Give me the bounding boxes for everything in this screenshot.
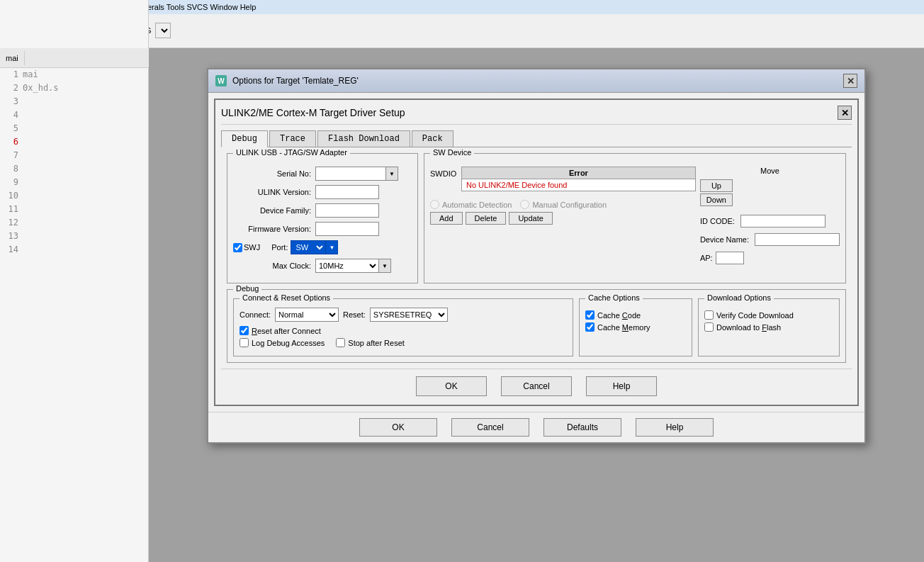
cache-memory-checkbox[interactable] (585, 322, 595, 332)
ap-row: AP: (700, 252, 840, 264)
port-select[interactable]: SW JTAG (291, 240, 326, 254)
swdio-row: SWDIO Error (430, 167, 696, 196)
ulink-dialog: ULINK2/ME Cortex-M Target Driver Setup ✕… (214, 99, 859, 406)
line-5: 5 (0, 122, 18, 135)
line-8: 8 (0, 162, 18, 176)
debug-inner: Connect & Reset Options Connect: Normal … (233, 298, 840, 356)
log-debug-checkbox[interactable] (240, 338, 249, 347)
help-button-inner[interactable]: Help (586, 376, 657, 396)
max-clock-dropdown[interactable]: ▼ (378, 259, 391, 273)
options-dialog-close[interactable]: ✕ (843, 74, 857, 88)
max-clock-label: Max Clock: (233, 262, 311, 270)
radio-row: Automatic Detection Manual Configuration (430, 200, 696, 209)
ulink-dialog-close[interactable]: ✕ (838, 106, 852, 120)
line-14: 14 (0, 243, 18, 257)
swdio-label: SWDIO (430, 167, 458, 178)
stop-after-reset-row: Stop after Reset (336, 338, 405, 347)
max-clock-select[interactable]: 10MHz 5MHz 1MHz (315, 259, 379, 273)
line-1: 1 (0, 68, 18, 82)
editor-tab-main[interactable]: mai (0, 51, 25, 65)
connect-reset-title: Connect & Reset Options (240, 293, 333, 302)
id-code-row: ID CODE: (700, 215, 840, 227)
defaults-button[interactable]: Defaults (543, 418, 621, 437)
id-code-input[interactable] (740, 215, 826, 227)
project-select[interactable] (155, 23, 171, 38)
serial-no-dropdown[interactable]: ▼ (385, 167, 398, 181)
download-to-flash-row: Download to Flash (704, 322, 833, 332)
ap-input[interactable] (716, 252, 744, 264)
max-clock-row: Max Clock: 10MHz 5MHz 1MHz ▼ (233, 259, 412, 273)
download-to-flash-checkbox[interactable] (704, 322, 714, 332)
connect-select[interactable]: Normal Pre-Reset (275, 308, 339, 322)
line-13: 13 (0, 230, 18, 243)
cancel-button-inner[interactable]: Cancel (501, 376, 572, 396)
tab-flash-download[interactable]: Flash Download (317, 130, 410, 147)
auto-detect-radio-item: Automatic Detection (430, 200, 512, 209)
down-button[interactable]: Down (700, 193, 733, 206)
connect-label: Connect: (240, 310, 271, 319)
device-family-row: Device Family: (233, 203, 412, 218)
sw-device-table: Error No ULINK2/ME Device found (461, 167, 696, 191)
cache-memory-label: Cache Memory (597, 323, 650, 332)
debug-section: Debug Connect & Reset Options Connect: N… (221, 289, 852, 369)
up-button[interactable]: Up (700, 179, 733, 192)
download-options-title: Download Options (704, 293, 774, 302)
ulink-usb-group: ULINK USB - JTAG/SW Adapter Serial No: ▼… (227, 153, 418, 283)
serial-no-label: Serial No: (233, 169, 311, 178)
firmware-version-label: Firmware Version: (233, 225, 311, 233)
reset-after-connect-checkbox[interactable] (240, 326, 249, 335)
ulink-tabs: Debug Trace Flash Download Pack (221, 130, 852, 147)
auto-detect-label: Automatic Detection (442, 201, 512, 209)
cache-options-title: Cache Options (585, 293, 643, 302)
cache-memory-row: Cache Memory (585, 322, 686, 332)
line-11: 11 (0, 203, 18, 216)
manual-config-radio[interactable] (520, 200, 529, 209)
swj-label: SWJ (244, 243, 260, 252)
reset-label: Reset: (343, 310, 366, 319)
device-family-label: Device Family: (233, 206, 311, 215)
sw-table-wrap: Error No ULINK2/ME Device found (461, 167, 696, 196)
add-button[interactable]: Add (430, 212, 463, 225)
verify-code-checkbox[interactable] (704, 310, 714, 320)
device-family-input[interactable] (315, 203, 379, 218)
stop-after-reset-checkbox[interactable] (336, 338, 345, 347)
line-3: 3 (0, 95, 18, 108)
log-debug-label: Log Debug Accesses (252, 339, 325, 347)
serial-no-input[interactable] (315, 167, 386, 181)
line-6: 6 (0, 135, 18, 149)
tab-debug[interactable]: Debug (221, 130, 268, 147)
ok-button-inner[interactable]: OK (416, 376, 487, 396)
tab-trace[interactable]: Trace (269, 130, 316, 147)
tab-pack[interactable]: Pack (412, 130, 453, 147)
reset-select[interactable]: SYSRESETREQ VECTRESET (370, 308, 448, 322)
debug-group-title: Debug (233, 284, 261, 293)
ok-button-outer[interactable]: OK (359, 418, 437, 437)
id-code-label: ID CODE: (700, 217, 735, 225)
line-4: 4 (0, 108, 18, 122)
options-dialog-title: Options for Target 'Temlate_REG' (232, 76, 843, 86)
reset-after-connect-label: Reset after Connect (252, 327, 321, 335)
log-debug-row: Log Debug Accesses (240, 338, 325, 347)
download-to-flash-label: Download to Flash (716, 323, 781, 332)
update-button[interactable]: Update (509, 212, 552, 225)
table-row: No ULINK2/ME Device found (462, 179, 696, 191)
firmware-version-input[interactable] (315, 222, 379, 236)
connect-reset-group: Connect & Reset Options Connect: Normal … (233, 298, 573, 356)
stop-after-reset-label: Stop after Reset (348, 339, 405, 347)
device-name-input[interactable] (755, 233, 840, 246)
help-button-outer[interactable]: Help (636, 418, 714, 437)
options-dialog-icon: W (215, 75, 227, 86)
line-10: 10 (0, 189, 18, 203)
code-text: mai 0x_hd.s (23, 68, 59, 95)
line-9: 9 (0, 176, 18, 189)
ulink-version-input[interactable] (315, 185, 379, 199)
port-label: Port: (271, 243, 288, 252)
swj-checkbox[interactable] (233, 243, 242, 252)
cancel-button-outer[interactable]: Cancel (451, 418, 529, 437)
auto-detect-radio[interactable] (430, 200, 439, 209)
cache-code-checkbox[interactable] (585, 310, 595, 320)
port-dropdown[interactable]: ▼ (325, 240, 338, 254)
delete-button[interactable]: Delete (466, 212, 507, 225)
line-12: 12 (0, 216, 18, 230)
sw-device-content: SWDIO Error (430, 167, 840, 264)
